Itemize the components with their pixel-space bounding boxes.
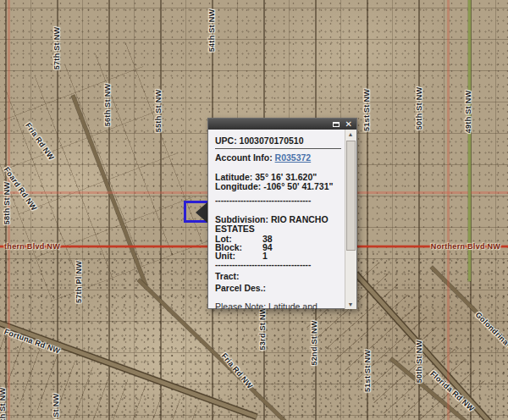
close-icon[interactable]: ✕ [345,120,352,129]
street-label: 50th St NW [415,87,423,130]
tract-row: Tract: [215,272,341,281]
divider [215,148,341,149]
note-text: Please Note: Latitude and Longitude is t… [215,302,340,309]
popup-body: UPC: 1003070170510 Account Info: R035372… [208,130,356,309]
49th-st-green-road-line [468,0,471,281]
subdivision-row: Subdivision: RIO RANCHO ESTATES [215,215,342,234]
account-row: Account Info: R035372 [215,152,341,163]
street-label: 51st St NW [362,89,371,131]
dashed-separator: ---------------------------------- [215,261,341,269]
upc-row: UPC: 1003070170510 [215,135,341,146]
longitude-label: Longitude: [215,181,261,191]
longitude-row: Longitude: -106° 50' 41.731" [215,182,341,191]
maximize-icon[interactable] [333,122,340,127]
street-label: 54th St NW [207,9,216,52]
popup-titlebar: ✕ [208,119,356,130]
account-label: Account Info: [215,152,273,163]
parcel-info-popup: ✕ UPC: 1003070170510 Account Info: R0353… [207,118,357,309]
scroll-up-icon[interactable]: ▲ [345,130,356,139]
map-canvas[interactable]: 57th St NW56th St NW55th St NW54th St NW… [0,0,508,420]
dashed-separator: ---------------------------------- [215,196,341,205]
longitude-value: -106° 50' 41.731" [263,181,333,191]
parcel-des-row: Parcel Des.: [215,284,341,293]
unit-value: 1 [262,251,268,260]
upc-value: 1003070170510 [240,135,304,146]
street-label: 57th St NW [52,27,61,70]
unit-label: Unit: [215,251,262,260]
scroll-down-icon[interactable]: ▼ [345,300,356,309]
scrollbar-thumb[interactable] [346,141,356,251]
upc-label: UPC: [215,135,237,146]
unit-row: Unit: 1 [215,251,341,260]
popup-scrollbar[interactable]: ▲ ▼ [345,130,356,309]
popup-callout-pointer-icon [196,202,208,224]
account-link[interactable]: R035372 [275,152,312,163]
